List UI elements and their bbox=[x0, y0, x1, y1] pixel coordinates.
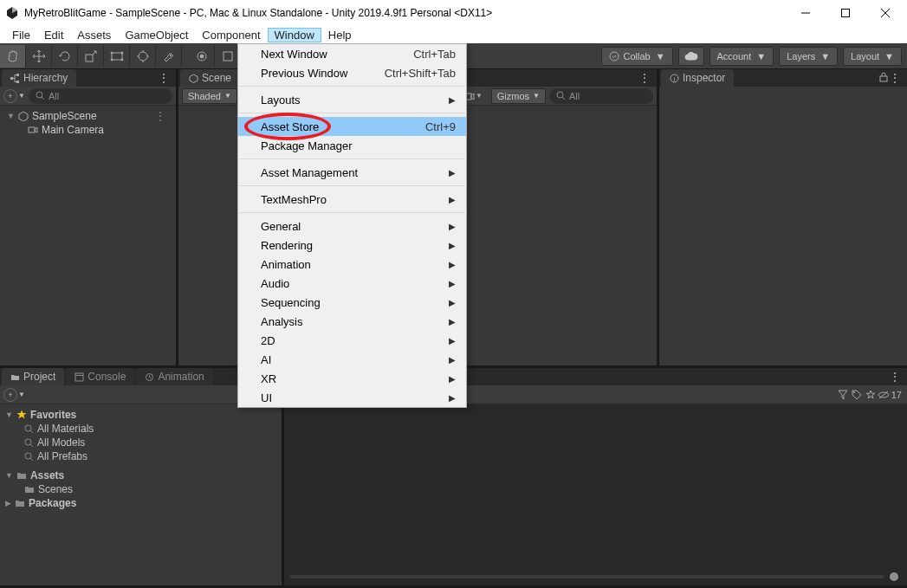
tab-hierarchy[interactable]: Hierarchy bbox=[2, 69, 76, 87]
hand-tool-button[interactable] bbox=[0, 45, 26, 68]
project-favorites-row[interactable]: ▼ Favorites bbox=[5, 408, 276, 422]
tab-project[interactable]: Project bbox=[2, 368, 64, 385]
tab-scene[interactable]: Scene bbox=[180, 69, 240, 87]
project-packages-label: Packages bbox=[29, 497, 76, 509]
scale-tool-button[interactable] bbox=[78, 45, 104, 68]
project-fav-all-materials[interactable]: All Materials bbox=[5, 422, 276, 436]
menu-separator bbox=[239, 86, 465, 87]
project-assets-label: Assets bbox=[30, 469, 64, 481]
layout-dropdown[interactable]: Layout▼ bbox=[843, 47, 902, 66]
submenu-arrow-icon: ▶ bbox=[449, 298, 456, 307]
preview-tag-icon[interactable] bbox=[850, 388, 864, 402]
window-menu-item-previous-window[interactable]: Previous WindowCtrl+Shift+Tab bbox=[238, 63, 466, 82]
window-menu-item-asset-store[interactable]: Asset StoreCtrl+9 bbox=[238, 117, 466, 136]
inspector-lock-icon[interactable] bbox=[879, 72, 888, 82]
scene-tab-label: Scene bbox=[202, 72, 231, 84]
project-favorites-label: Favorites bbox=[30, 409, 76, 421]
project-assets-scenes[interactable]: Scenes bbox=[5, 482, 276, 496]
menu-assets[interactable]: Assets bbox=[70, 28, 118, 42]
menu-item-shortcut: Ctrl+Shift+Tab bbox=[385, 67, 456, 80]
maximize-button[interactable] bbox=[826, 0, 865, 26]
tab-animation[interactable]: Animation bbox=[136, 368, 212, 385]
rotate-tool-button[interactable] bbox=[52, 45, 78, 68]
menu-gameobject[interactable]: GameObject bbox=[118, 28, 195, 42]
window-menu-item-textmeshpro[interactable]: TextMeshPro▶ bbox=[238, 190, 466, 209]
close-button[interactable] bbox=[865, 0, 905, 26]
inspector-panel: i Inspector ⋮ bbox=[659, 69, 907, 365]
window-menu-item-asset-management[interactable]: Asset Management▶ bbox=[238, 163, 466, 182]
preview-body[interactable] bbox=[284, 404, 907, 585]
scene-search[interactable]: All bbox=[549, 88, 653, 104]
window-menu-item-audio[interactable]: Audio▶ bbox=[238, 274, 466, 293]
svg-marker-43 bbox=[839, 391, 847, 399]
minimize-button[interactable] bbox=[786, 0, 826, 26]
pivot-center-button[interactable] bbox=[189, 45, 215, 68]
window-menu-item-layouts[interactable]: Layouts▶ bbox=[238, 90, 466, 109]
svg-rect-6 bbox=[86, 55, 93, 61]
transform-tool-button[interactable] bbox=[130, 45, 156, 68]
menu-item-label: Analysis bbox=[261, 315, 302, 328]
project-tab-label: Project bbox=[23, 371, 55, 383]
menu-item-label: UI bbox=[261, 391, 272, 404]
tab-console[interactable]: Console bbox=[66, 368, 134, 385]
window-menu-item-next-window[interactable]: Next WindowCtrl+Tab bbox=[238, 44, 466, 63]
preview-context-icon[interactable]: ⋮ bbox=[889, 370, 902, 384]
scene-context-icon[interactable]: ⋮ bbox=[638, 71, 651, 85]
window-menu-item-general[interactable]: General▶ bbox=[238, 216, 466, 236]
window-menu-item-package-manager[interactable]: Package Manager bbox=[238, 136, 466, 155]
scene-shading-dropdown[interactable]: Shaded▼ bbox=[182, 88, 237, 104]
window-menu-item-xr[interactable]: XR▶ bbox=[238, 369, 466, 388]
menu-file[interactable]: File bbox=[5, 28, 37, 42]
project-fav-all-models[interactable]: All Models bbox=[5, 436, 276, 449]
window-menu-item-ui[interactable]: UI▶ bbox=[238, 388, 466, 407]
window-menu-item-ai[interactable]: AI▶ bbox=[238, 350, 466, 369]
hierarchy-scene-label: SampleScene bbox=[32, 110, 97, 122]
svg-point-39 bbox=[25, 439, 31, 445]
submenu-arrow-icon: ▶ bbox=[449, 222, 456, 231]
menu-separator bbox=[239, 158, 465, 159]
window-menu-item-rendering[interactable]: Rendering▶ bbox=[238, 236, 466, 255]
window-menu-item-sequencing[interactable]: Sequencing▶ bbox=[238, 293, 466, 312]
svg-rect-3 bbox=[842, 10, 850, 17]
tab-inspector[interactable]: i Inspector bbox=[661, 69, 734, 87]
animation-tab-label: Animation bbox=[158, 371, 204, 383]
rect-tool-button[interactable] bbox=[104, 45, 130, 68]
svg-line-38 bbox=[30, 430, 33, 433]
layers-dropdown[interactable]: Layers▼ bbox=[779, 47, 838, 66]
hierarchy-create-dropdown[interactable]: + bbox=[3, 89, 17, 103]
window-menu-item-analysis[interactable]: Analysis▶ bbox=[238, 312, 466, 331]
menu-edit[interactable]: Edit bbox=[37, 28, 70, 42]
hierarchy-item-main-camera[interactable]: Main Camera bbox=[7, 123, 169, 137]
svg-point-37 bbox=[25, 425, 31, 431]
project-create-dropdown[interactable]: + bbox=[3, 388, 17, 402]
menu-window[interactable]: Window bbox=[268, 28, 321, 42]
account-dropdown[interactable]: Account▼ bbox=[709, 47, 774, 66]
hierarchy-scene-row[interactable]: ▼ SampleScene ⋮ bbox=[7, 109, 169, 123]
preview-zoom-slider[interactable] bbox=[284, 572, 907, 582]
move-tool-button[interactable] bbox=[26, 45, 52, 68]
console-tab-label: Console bbox=[87, 371, 126, 383]
hierarchy-context-icon[interactable]: ⋮ bbox=[158, 71, 171, 85]
window-menu-item-2d[interactable]: 2D▶ bbox=[238, 331, 466, 350]
preview-star-icon[interactable] bbox=[864, 388, 878, 402]
project-packages-row[interactable]: ▶ Packages bbox=[5, 496, 276, 510]
cloud-button[interactable] bbox=[678, 47, 704, 66]
project-fav-all-prefabs[interactable]: All Prefabs bbox=[5, 449, 276, 463]
submenu-arrow-icon: ▶ bbox=[449, 95, 456, 105]
inspector-context-icon[interactable]: ⋮ bbox=[889, 71, 902, 85]
preview-filter-icon[interactable] bbox=[836, 388, 850, 402]
submenu-arrow-icon: ▶ bbox=[449, 279, 456, 288]
preview-hidden-count[interactable]: 17 bbox=[878, 390, 902, 400]
hierarchy-scene-context-icon[interactable]: ⋮ bbox=[155, 110, 165, 122]
scene-gizmos-label: Gizmos bbox=[497, 91, 529, 101]
collab-dropdown[interactable]: Collab ▼ bbox=[601, 47, 672, 66]
window-menu-item-animation[interactable]: Animation▶ bbox=[238, 255, 466, 274]
project-assets-row[interactable]: ▼ Assets bbox=[5, 468, 276, 482]
menu-component[interactable]: Component bbox=[195, 28, 267, 42]
menu-help[interactable]: Help bbox=[321, 28, 359, 42]
scene-gizmos-dropdown[interactable]: Gizmos▼ bbox=[491, 88, 546, 104]
custom-tools-button[interactable] bbox=[156, 45, 182, 68]
account-label: Account bbox=[717, 51, 752, 61]
hierarchy-search[interactable]: All bbox=[29, 88, 172, 104]
submenu-arrow-icon: ▶ bbox=[449, 317, 456, 326]
